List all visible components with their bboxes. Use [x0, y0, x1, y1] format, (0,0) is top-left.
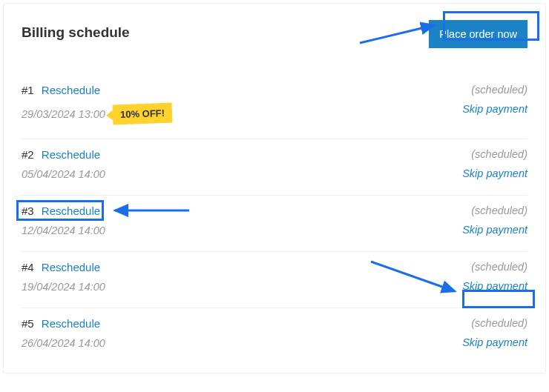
schedule-number: #1 — [22, 84, 34, 96]
discount-badge: 10% OFF! — [112, 103, 172, 125]
schedule-status: (scheduled) — [462, 148, 527, 160]
skip-payment-link[interactable]: Skip payment — [462, 167, 527, 179]
skip-payment-link[interactable]: Skip payment — [462, 280, 527, 292]
schedule-date: 12/04/2024 14:00 — [22, 225, 105, 236]
schedule-number: #2 — [22, 148, 34, 161]
schedule-status: (scheduled) — [462, 205, 527, 216]
reschedule-link[interactable]: Reschedule — [42, 205, 100, 217]
page-title: Billing schedule — [22, 24, 130, 41]
reschedule-link[interactable]: Reschedule — [42, 84, 100, 96]
reschedule-link[interactable]: Reschedule — [42, 261, 100, 273]
schedule-status: (scheduled) — [462, 317, 527, 329]
header-row: Billing schedule Place order now — [22, 24, 527, 53]
schedule-item: #3 Reschedule 12/04/2024 14:00 (schedule… — [22, 196, 527, 252]
schedule-date: 26/04/2024 14:00 — [22, 337, 105, 349]
skip-payment-link[interactable]: Skip payment — [462, 336, 527, 348]
schedule-item: #5 Reschedule 26/04/2024 14:00 (schedule… — [22, 308, 527, 364]
skip-payment-link[interactable]: Skip payment — [462, 224, 527, 236]
schedule-item: #2 Reschedule 05/04/2024 14:00 (schedule… — [22, 139, 527, 196]
place-order-button[interactable]: Place order now — [429, 20, 527, 48]
schedule-number: #3 — [22, 205, 34, 217]
schedule-date: 29/03/2024 13:00 — [22, 108, 105, 120]
schedule-item: #4 Reschedule 19/04/2024 14:00 (schedule… — [22, 252, 527, 308]
reschedule-link[interactable]: Reschedule — [42, 148, 100, 161]
skip-payment-link[interactable]: Skip payment — [462, 103, 527, 115]
billing-schedule-card: Billing schedule Place order now #1 Resc… — [3, 3, 546, 373]
schedule-date: 05/04/2024 14:00 — [22, 168, 105, 180]
schedule-status: (scheduled) — [462, 261, 527, 273]
schedule-number: #5 — [22, 317, 34, 330]
reschedule-link[interactable]: Reschedule — [42, 317, 100, 330]
schedule-item: #1 Reschedule 29/03/2024 13:00 10% OFF! … — [22, 75, 527, 139]
schedule-status: (scheduled) — [462, 84, 527, 96]
schedule-number: #4 — [22, 261, 34, 273]
schedule-date: 19/04/2024 14:00 — [22, 281, 105, 293]
